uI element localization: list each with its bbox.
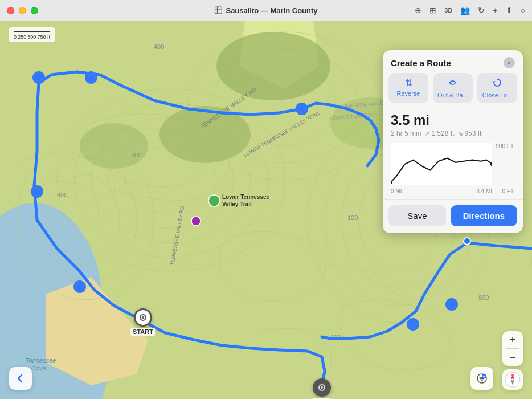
window-title: Sausalito — Marin County [214,6,317,15]
location-icon[interactable]: ⊕ [415,6,421,15]
svg-text:↓: ↓ [34,188,38,196]
action-buttons: ⇅ Reverse Out & Ba... [383,73,523,109]
directions-button[interactable]: Directions [451,205,517,226]
map-icon [214,6,222,14]
start-marker: START [130,308,155,336]
filter-icon [476,373,488,384]
svg-rect-0 [215,7,222,14]
back-icon [15,373,26,384]
svg-text:→: → [449,300,456,308]
svg-point-30 [216,32,330,100]
panel-close-button[interactable]: × [504,57,515,68]
elev-up: ↗ 1,528 ft [424,129,454,137]
account-icon[interactable]: ○ [521,6,525,15]
svg-point-61 [142,316,144,319]
add-icon[interactable]: + [493,6,497,15]
svg-text:Tennessee: Tennessee [26,357,56,364]
svg-text:400: 400 [154,43,164,50]
distance-value: 3.5 mi [391,112,515,128]
window-controls[interactable] [7,7,38,14]
compass[interactable]: N [502,369,523,390]
close-button[interactable] [7,7,14,14]
up-arrow-icon: ↗ [424,129,430,137]
svg-point-63 [321,386,323,389]
bottom-buttons: Save Directions [383,199,523,233]
elevation-chart: 900 FT 0 FT 0 MI 3.4 MI [391,143,515,194]
route-panel: Create a Route × ⇅ Reverse Out & Ba... [383,50,523,233]
end-marker: END [313,378,331,399]
time-value: 2 hr 5 min [391,129,421,137]
close-loop-button[interactable]: Close Lo... [477,73,517,103]
maximize-button[interactable] [31,7,38,14]
svg-text:Lower Tennessee: Lower Tennessee [222,194,270,200]
out-back-button[interactable]: Out & Ba... [433,73,473,103]
map-container[interactable]: 400 600 400 600 800 300 100 TENNESSEE VA… [0,21,532,399]
svg-point-41 [208,195,220,206]
share-icon[interactable]: ⬆ [506,6,513,15]
out-back-label: Out & Ba... [437,92,468,99]
svg-text:Cove: Cove [31,365,46,372]
svg-text:100: 100 [347,214,358,221]
panel-title: Create a Route [391,58,451,68]
refresh-icon[interactable]: ↻ [478,6,485,15]
svg-point-32 [80,123,148,169]
chart-x-labels: 0 MI 3.4 MI [391,188,492,194]
svg-text:→: → [299,105,306,113]
end-circle [313,378,331,397]
svg-point-45 [464,238,470,245]
scale-labels: 0 250 500 750 ft [14,34,50,40]
minimize-button[interactable] [19,7,26,14]
layers-icon[interactable]: ⊞ [429,6,436,15]
start-label: START [130,328,155,336]
title-bar: Sausalito — Marin County ⊕ ⊞ 3D 👥 ↻ + ⬆ … [0,0,532,21]
3d-icon[interactable]: 3D [444,7,452,14]
chart-area [391,143,492,185]
zoom-in-button[interactable]: + [502,331,523,348]
svg-point-44 [191,217,200,226]
panel-header: Create a Route × [383,50,523,73]
stats-section: 3.5 mi 2 hr 5 min ↗ 1,528 ft ↘ 953 ft [383,109,523,139]
people-icon[interactable]: 👥 [460,6,470,15]
svg-text:800: 800 [478,294,489,301]
toolbar-icons: ⊕ ⊞ 3D 👥 ↻ + ⬆ ○ [415,6,525,15]
stats-sub: 2 hr 5 min ↗ 1,528 ft ↘ 953 ft [391,129,515,137]
save-button[interactable]: Save [388,205,446,226]
svg-text:↑: ↑ [77,283,80,291]
svg-text:600: 600 [57,192,67,198]
zoom-control: + − [502,331,523,366]
reverse-button[interactable]: ⇅ Reverse [388,73,428,103]
svg-text:Valley Trail: Valley Trail [222,201,252,207]
reverse-label: Reverse [397,90,420,97]
close-loop-icon [492,78,502,90]
down-arrow-icon: ↘ [457,129,463,137]
reverse-icon: ⇅ [405,78,412,88]
compass-icon: N [505,372,521,388]
map-controls: + − N [502,331,523,390]
svg-text:→: → [88,74,95,82]
zoom-out-button[interactable]: − [502,349,523,366]
svg-text:↙: ↙ [36,74,42,82]
out-back-icon [448,78,458,90]
route-filter-button[interactable] [470,367,493,390]
start-circle [134,308,152,327]
chart-y-labels: 900 FT 0 FT [496,143,515,194]
svg-text:N: N [511,373,514,377]
scale-bar: 0 250 500 750 ft [9,27,55,42]
back-button[interactable] [9,367,32,390]
elev-down: ↘ 953 ft [457,129,481,137]
svg-text:←: ← [410,320,417,328]
close-loop-label: Close Lo... [482,92,513,99]
